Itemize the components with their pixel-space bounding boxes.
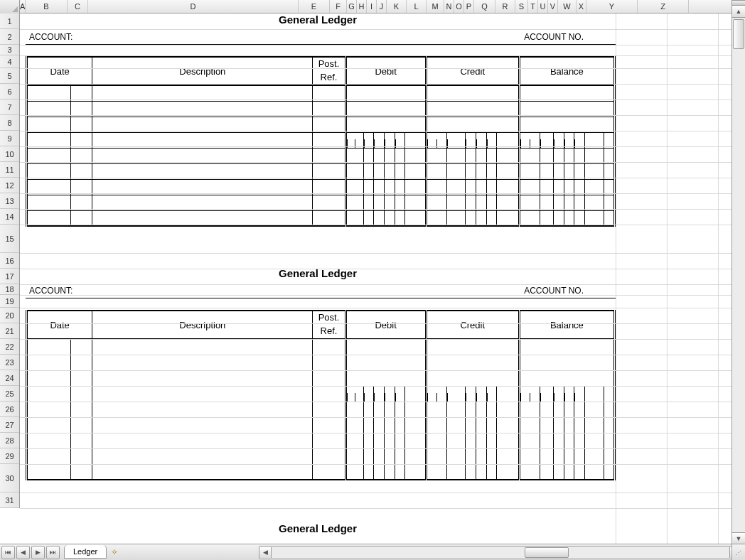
ledger-table-1: Date Description Post. Debit Credit Bala… <box>26 56 616 227</box>
col-header-S[interactable]: S <box>515 0 528 13</box>
col-header-U[interactable]: U <box>538 0 548 13</box>
row-header-5[interactable]: 5 <box>0 68 19 84</box>
vscroll-thumb[interactable] <box>733 19 744 49</box>
row-header-6[interactable]: 6 <box>0 84 19 99</box>
row-header-15[interactable]: 15 <box>0 225 19 253</box>
row-headers: 1234567891011121314151617181920212223242… <box>0 14 20 508</box>
col-header-P[interactable]: P <box>464 0 474 13</box>
row-header-2[interactable]: 2 <box>0 29 19 45</box>
row-header-14[interactable]: 14 <box>0 209 19 225</box>
row-header-31[interactable]: 31 <box>0 492 19 508</box>
row-header-7[interactable]: 7 <box>0 99 19 115</box>
col-header-L[interactable]: L <box>407 0 427 13</box>
row-header-12[interactable]: 12 <box>0 178 19 193</box>
row-header-29[interactable]: 29 <box>0 448 19 464</box>
account-row-2: ACCOUNT: ACCOUNT NO. <box>26 283 616 298</box>
vscroll-track[interactable] <box>732 18 745 532</box>
col-header-A[interactable]: A <box>20 0 26 13</box>
row-header-25[interactable]: 25 <box>0 386 19 402</box>
hdr-credit: Credit <box>426 57 519 85</box>
col-header-D[interactable]: D <box>88 0 299 13</box>
select-all-corner[interactable] <box>0 0 20 14</box>
hdr-postref-2: Ref. <box>313 70 345 85</box>
tab-nav-prev-icon[interactable]: ◀ <box>16 546 30 559</box>
row-header-10[interactable]: 10 <box>0 146 19 162</box>
resize-grip-icon[interactable]: ⋰ <box>731 544 745 560</box>
row-header-28[interactable]: 28 <box>0 433 19 448</box>
column-headers: ABCDEFGHIJKLMNOPQRSTUVWXYZ <box>0 0 745 14</box>
account-row-1: ACCOUNT: ACCOUNT NO. <box>26 29 616 45</box>
row-header-1[interactable]: 1 <box>0 14 19 29</box>
col-header-C[interactable]: C <box>68 0 88 13</box>
tab-nav-first-icon[interactable]: ⏮ <box>1 546 15 559</box>
sheet-tab-ledger[interactable]: Ledger <box>64 545 107 559</box>
hdr-debit: Debit <box>345 57 426 85</box>
status-bar: ⏮ ◀ ▶ ⏭ Ledger ✧ ◀ ▶ <box>0 544 745 560</box>
col-header-K[interactable]: K <box>387 0 407 13</box>
col-header-R[interactable]: R <box>495 0 515 13</box>
spreadsheet-grid[interactable]: General Ledger ACCOUNT: ACCOUNT NO. Date… <box>20 14 732 544</box>
col-header-B[interactable]: B <box>26 0 68 13</box>
row-header-18[interactable]: 18 <box>0 284 19 295</box>
col-header-Y[interactable]: Y <box>586 0 638 13</box>
col-header-E[interactable]: E <box>299 0 330 13</box>
row-header-3[interactable]: 3 <box>0 45 19 55</box>
row-header-9[interactable]: 9 <box>0 131 19 146</box>
col-header-N[interactable]: N <box>444 0 454 13</box>
row-header-19[interactable]: 19 <box>0 295 19 308</box>
col-header-M[interactable]: M <box>427 0 444 13</box>
scroll-up-arrow-icon[interactable]: ▲ <box>732 6 745 18</box>
row-header-26[interactable]: 26 <box>0 402 19 417</box>
col-header-H[interactable]: H <box>357 0 367 13</box>
col-header-X[interactable]: X <box>577 0 586 13</box>
col-header-G[interactable]: G <box>347 0 357 13</box>
hdr-balance: Balance <box>519 57 614 85</box>
tab-nav-last-icon[interactable]: ⏭ <box>46 546 60 559</box>
scroll-down-arrow-icon[interactable]: ▼ <box>732 532 745 544</box>
horizontal-scrollbar[interactable]: ◀ ▶ <box>259 546 742 559</box>
insert-sheet-icon[interactable]: ✧ <box>108 546 121 559</box>
row-header-13[interactable]: 13 <box>0 193 19 209</box>
hscroll-thumb[interactable] <box>525 547 569 558</box>
row-header-4[interactable]: 4 <box>0 55 19 68</box>
col-header-O[interactable]: O <box>454 0 464 13</box>
col-header-Q[interactable]: Q <box>474 0 495 13</box>
ledger-title-1: General Ledger <box>20 14 616 29</box>
row-header-23[interactable]: 23 <box>0 355 19 370</box>
account-label: ACCOUNT: <box>29 32 73 42</box>
hdr-date: Date <box>27 57 92 85</box>
ledger-table-2: Date Description Post. Debit Credit Bala… <box>26 310 616 480</box>
row-header-16[interactable]: 16 <box>0 253 19 269</box>
row-header-22[interactable]: 22 <box>0 339 19 355</box>
col-header-J[interactable]: J <box>377 0 387 13</box>
col-header-V[interactable]: V <box>548 0 558 13</box>
row-header-24[interactable]: 24 <box>0 370 19 386</box>
split-handle-top[interactable] <box>732 0 745 6</box>
row-header-27[interactable]: 27 <box>0 417 19 433</box>
col-header-Z[interactable]: Z <box>638 0 689 13</box>
vertical-scrollbar[interactable]: ▲ ▼ <box>731 0 745 544</box>
row-header-20[interactable]: 20 <box>0 308 19 323</box>
col-header-T[interactable]: T <box>528 0 538 13</box>
ledger-title-2: General Ledger <box>20 267 616 283</box>
row-header-30[interactable]: 30 <box>0 464 19 492</box>
col-header-I[interactable]: I <box>367 0 377 13</box>
tab-nav-next-icon[interactable]: ▶ <box>31 546 45 559</box>
row-header-8[interactable]: 8 <box>0 115 19 131</box>
hdr-description: Description <box>92 57 313 85</box>
col-header-F[interactable]: F <box>330 0 347 13</box>
row-header-17[interactable]: 17 <box>0 269 19 284</box>
account-no-label: ACCOUNT NO. <box>524 32 584 42</box>
col-header-W[interactable]: W <box>558 0 577 13</box>
row-header-21[interactable]: 21 <box>0 323 19 339</box>
ledger-title-3: General Ledger <box>20 522 616 538</box>
scroll-left-arrow-icon[interactable]: ◀ <box>259 547 272 558</box>
row-header-11[interactable]: 11 <box>0 162 19 178</box>
